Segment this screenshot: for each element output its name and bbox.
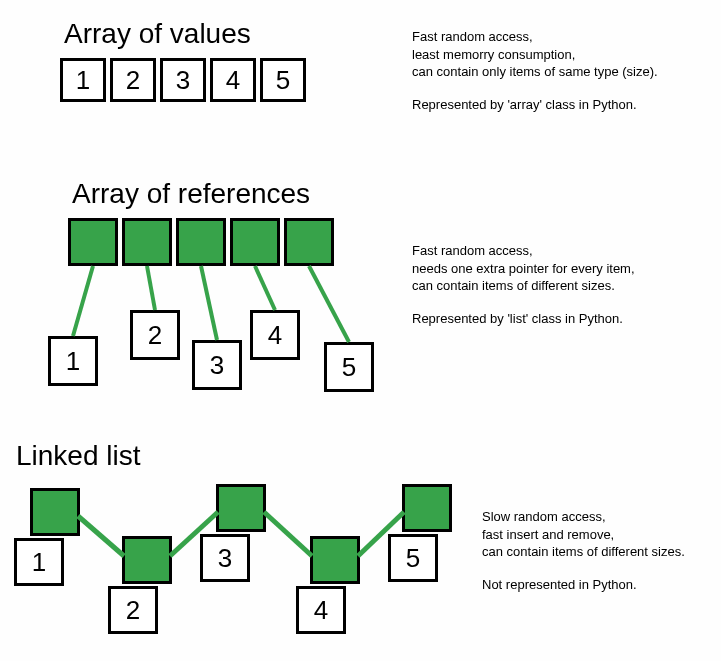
svg-line-5 [78, 516, 124, 556]
ref-value-box: 5 [324, 342, 374, 392]
svg-line-7 [264, 512, 312, 556]
desc-array-refs-1: Fast random access, needs one extra poin… [412, 242, 635, 295]
svg-line-0 [73, 266, 93, 336]
array-value-cell: 5 [260, 58, 306, 102]
svg-line-1 [147, 266, 155, 310]
ref-pointer-cell [176, 218, 226, 266]
svg-line-3 [255, 266, 275, 310]
svg-line-4 [309, 266, 349, 342]
ref-value-box: 1 [48, 336, 98, 386]
ref-pointer-cell [230, 218, 280, 266]
ll-node [310, 536, 360, 584]
ref-pointer-cell [68, 218, 118, 266]
ref-pointer-cell [122, 218, 172, 266]
desc-array-values-2: Represented by 'array' class in Python. [412, 96, 637, 114]
array-value-cell: 4 [210, 58, 256, 102]
desc-array-values-1: Fast random access, least memorry consum… [412, 28, 658, 81]
ll-value-box: 3 [200, 534, 250, 582]
ll-node [30, 488, 80, 536]
array-value-cell: 3 [160, 58, 206, 102]
array-value-cell: 1 [60, 58, 106, 102]
desc-array-refs-2: Represented by 'list' class in Python. [412, 310, 623, 328]
desc-linked-list-1: Slow random access, fast insert and remo… [482, 508, 685, 561]
ll-node [216, 484, 266, 532]
ref-pointer-cell [284, 218, 334, 266]
array-value-cell: 2 [110, 58, 156, 102]
ref-value-box: 4 [250, 310, 300, 360]
title-linked-list: Linked list [16, 440, 141, 472]
ll-node [402, 484, 452, 532]
svg-line-2 [201, 266, 217, 340]
ll-value-box: 4 [296, 586, 346, 634]
title-array-values: Array of values [64, 18, 251, 50]
ll-value-box: 1 [14, 538, 64, 586]
title-array-refs: Array of references [72, 178, 310, 210]
ll-node [122, 536, 172, 584]
desc-linked-list-2: Not represented in Python. [482, 576, 637, 594]
ref-value-box: 3 [192, 340, 242, 390]
ref-value-box: 2 [130, 310, 180, 360]
ll-value-box: 2 [108, 586, 158, 634]
ll-value-box: 5 [388, 534, 438, 582]
